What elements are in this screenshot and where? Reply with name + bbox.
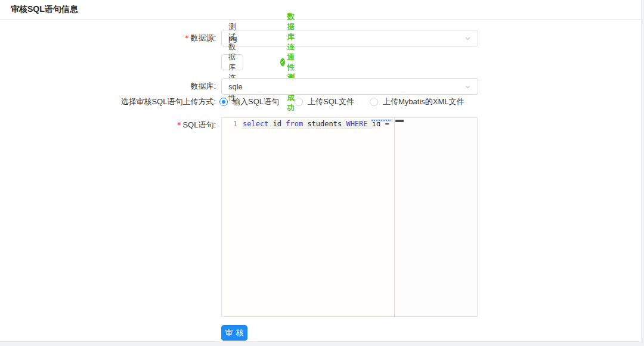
radio-upload-mybatis-xml[interactable]: 上传Mybatis的XML文件 — [370, 96, 465, 107]
editor-minimap[interactable] — [371, 119, 393, 122]
upload-type-radio-group: 输入SQL语句 上传SQL文件 上传Mybatis的XML文件 — [219, 96, 480, 107]
datasource-select[interactable]: pg — [221, 30, 478, 46]
connectivity-success-message: ✓ 数据库连通性测试成功 — [280, 54, 298, 70]
radio-icon — [370, 98, 378, 106]
page-title: 审核SQL语句信息 — [11, 4, 78, 15]
radio-upload-sql-file[interactable]: 上传SQL文件 — [295, 96, 354, 107]
database-value: sqle — [228, 82, 465, 91]
datasource-label: *数据源: — [0, 30, 216, 46]
database-select[interactable]: sqle — [221, 78, 478, 95]
radio-input-sql[interactable]: 输入SQL语句 — [219, 96, 279, 107]
required-mark: * — [185, 33, 189, 42]
radio-icon — [219, 98, 228, 106]
scrollbar-thumb[interactable] — [395, 120, 404, 122]
card-header: 审核SQL语句信息 — [0, 0, 641, 20]
audit-sql-card: 审核SQL语句信息 *数据源: pg 测试数据库连通性 ✓ 数据库连通性测试成功… — [0, 0, 642, 342]
check-circle-icon: ✓ — [280, 58, 285, 66]
test-connectivity-button[interactable]: 测试数据库连通性 — [221, 54, 243, 70]
audit-submit-button[interactable]: 审核 — [221, 325, 247, 341]
sql-label: *SQL语句: — [0, 120, 216, 130]
chevron-down-icon — [465, 35, 471, 42]
upload-type-label: 选择审核SQL语句上传方式: — [0, 96, 216, 107]
datasource-value: pg — [228, 34, 465, 43]
sql-code-editor[interactable]: 1 select id from students WHERE id = 1; — [221, 117, 478, 317]
chevron-down-icon — [465, 83, 471, 90]
editor-right-pane — [394, 118, 477, 316]
radio-icon — [295, 98, 303, 106]
database-label: 数据库: — [0, 78, 216, 95]
required-mark: * — [177, 120, 181, 129]
editor-line-number: 1 — [222, 120, 237, 129]
